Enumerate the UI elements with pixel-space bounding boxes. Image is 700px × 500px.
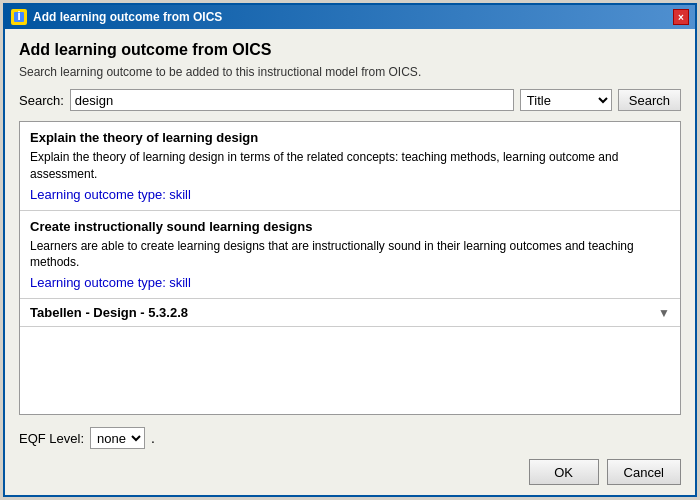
dialog-heading: Add learning outcome from OICS xyxy=(19,41,681,59)
dialog-description: Search learning outcome to be added to t… xyxy=(19,65,681,79)
dialog-window: i Add learning outcome from OICS × Add l… xyxy=(3,3,697,497)
list-item[interactable]: Tabellen - Design - 5.3.2.8 ▼ xyxy=(20,299,680,327)
search-input[interactable] xyxy=(70,89,514,111)
title-bar-text: Add learning outcome from OICS xyxy=(33,10,222,24)
result-description-1: Explain the theory of learning design in… xyxy=(30,149,670,183)
dialog-body: Add learning outcome from OICS Search le… xyxy=(5,29,695,495)
buttons-row: OK Cancel xyxy=(19,455,681,485)
result-type-value-1: skill xyxy=(169,187,191,202)
dialog-icon: i xyxy=(11,9,27,25)
list-item[interactable]: Explain the theory of learning design Ex… xyxy=(20,122,680,211)
result-type-value-2: skill xyxy=(169,275,191,290)
expand-arrow-icon: ▼ xyxy=(658,306,670,320)
title-bar-left: i Add learning outcome from OICS xyxy=(11,9,222,25)
ok-button[interactable]: OK xyxy=(529,459,599,485)
close-button[interactable]: × xyxy=(673,9,689,25)
eqf-label: EQF Level: xyxy=(19,431,84,446)
result-description-2: Learners are able to create learning des… xyxy=(30,238,670,272)
search-scope-dropdown[interactable]: Title Description ID xyxy=(520,89,612,111)
eqf-dot: . xyxy=(151,430,155,446)
result-title-1: Explain the theory of learning design xyxy=(30,130,670,145)
search-button[interactable]: Search xyxy=(618,89,681,111)
cancel-button[interactable]: Cancel xyxy=(607,459,681,485)
search-row: Search: Title Description ID Search xyxy=(19,89,681,111)
eqf-row: EQF Level: none 1 2 3 4 5 6 7 8 . xyxy=(19,423,681,455)
results-container: Explain the theory of learning design Ex… xyxy=(19,121,681,415)
search-label: Search: xyxy=(19,93,64,108)
result-type-label-2: Learning outcome type: xyxy=(30,275,166,290)
list-item[interactable]: Create instructionally sound learning de… xyxy=(20,211,680,300)
result-title-2: Create instructionally sound learning de… xyxy=(30,219,670,234)
flat-result-title: Tabellen - Design - 5.3.2.8 xyxy=(30,305,188,320)
eqf-level-dropdown[interactable]: none 1 2 3 4 5 6 7 8 xyxy=(90,427,145,449)
result-type-label-1: Learning outcome type: xyxy=(30,187,166,202)
svg-text:i: i xyxy=(17,11,21,23)
result-type-1: Learning outcome type: skill xyxy=(30,187,670,202)
result-type-2: Learning outcome type: skill xyxy=(30,275,670,290)
title-bar: i Add learning outcome from OICS × xyxy=(5,5,695,29)
